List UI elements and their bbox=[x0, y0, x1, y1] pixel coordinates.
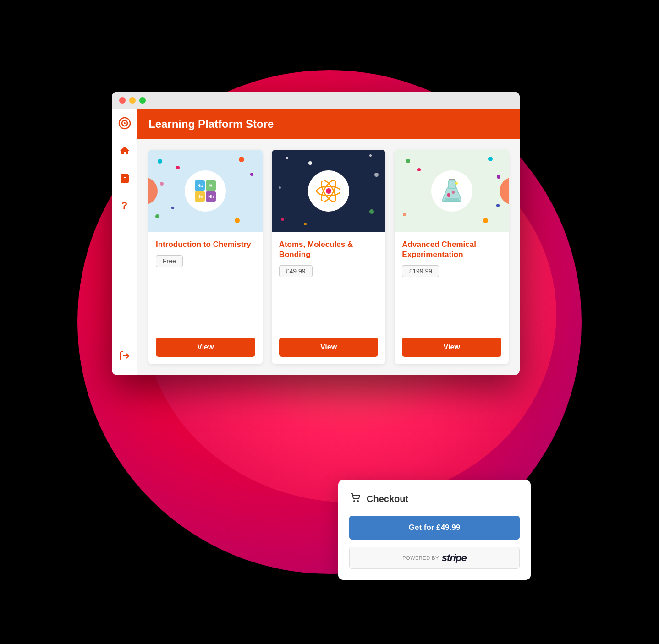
sidebar: ? bbox=[112, 109, 137, 375]
svg-point-5 bbox=[326, 188, 331, 194]
element-na: Na bbox=[195, 180, 205, 191]
periodic-table-icon: Na H He Nh bbox=[185, 170, 226, 212]
svg-point-9 bbox=[339, 190, 342, 192]
card-image-atoms bbox=[272, 150, 386, 232]
sidebar-home-icon[interactable] bbox=[116, 142, 133, 159]
element-h: H bbox=[206, 180, 216, 191]
svg-point-17 bbox=[353, 500, 355, 502]
store-title: Learning Platform Store bbox=[148, 118, 274, 130]
window-maximize-dot[interactable] bbox=[139, 97, 146, 104]
course-title-atoms: Atoms, Molecules & Bonding bbox=[279, 240, 379, 260]
checkout-basket-icon bbox=[349, 491, 362, 507]
checkout-popup: Checkout Get for £49.99 Powered by strip… bbox=[338, 480, 531, 580]
course-card-advanced: Advanced Chemical Experimentation £199.9… bbox=[395, 150, 509, 364]
checkout-header: Checkout bbox=[349, 491, 520, 507]
course-card-atoms: Atoms, Molecules & Bonding £49.99 View bbox=[272, 150, 386, 364]
title-bar bbox=[112, 92, 520, 109]
atom-icon bbox=[308, 170, 349, 212]
view-button-advanced[interactable]: View bbox=[402, 338, 501, 357]
card-image-intro-chemistry: Na H He Nh bbox=[148, 150, 263, 232]
window-close-dot[interactable] bbox=[119, 97, 126, 104]
powered-by-text: Powered by bbox=[402, 555, 439, 561]
svg-point-16 bbox=[455, 182, 458, 185]
app-layout: ? Learning Platform Store bbox=[112, 109, 520, 375]
svg-point-18 bbox=[357, 500, 359, 502]
flask-icon bbox=[431, 170, 472, 212]
course-title-advanced: Advanced Chemical Experimentation bbox=[402, 240, 501, 260]
svg-point-13 bbox=[447, 193, 450, 197]
svg-point-11 bbox=[321, 201, 324, 203]
svg-point-10 bbox=[321, 179, 324, 181]
price-badge-atoms: £49.99 bbox=[279, 265, 313, 277]
checkout-title: Checkout bbox=[367, 494, 408, 504]
card-body-advanced: Advanced Chemical Experimentation £199.9… bbox=[395, 232, 509, 364]
course-card-intro-chemistry: Na H He Nh Introduction to Chemistry Fre… bbox=[148, 150, 263, 364]
price-badge-advanced: £199.99 bbox=[402, 265, 439, 277]
course-title-intro-chemistry: Introduction to Chemistry bbox=[156, 240, 255, 250]
price-badge-intro-chemistry: Free bbox=[156, 255, 183, 267]
store-header: Learning Platform Store bbox=[137, 109, 520, 139]
browser-window: ? Learning Platform Store bbox=[112, 92, 520, 375]
sidebar-cart-icon[interactable] bbox=[116, 170, 133, 186]
card-body-atoms: Atoms, Molecules & Bonding £49.99 View bbox=[272, 232, 386, 364]
svg-rect-12 bbox=[448, 181, 456, 188]
stripe-logo: stripe bbox=[442, 552, 467, 564]
card-image-advanced bbox=[395, 150, 509, 232]
view-button-intro-chemistry[interactable]: View bbox=[156, 338, 255, 357]
main-content: Learning Platform Store bbox=[137, 109, 520, 375]
element-he: He bbox=[195, 191, 205, 202]
get-for-price-button[interactable]: Get for £49.99 bbox=[349, 516, 520, 540]
sidebar-help-icon[interactable]: ? bbox=[116, 197, 133, 214]
svg-point-14 bbox=[452, 191, 455, 194]
stripe-badge: Powered by stripe bbox=[349, 547, 520, 569]
sidebar-logout-icon[interactable] bbox=[116, 348, 133, 364]
svg-point-2 bbox=[124, 122, 126, 124]
view-button-atoms[interactable]: View bbox=[279, 338, 379, 357]
cards-area: Na H He Nh Introduction to Chemistry Fre… bbox=[137, 139, 520, 375]
window-minimize-dot[interactable] bbox=[129, 97, 136, 104]
sidebar-logo-icon[interactable] bbox=[116, 115, 133, 131]
card-body-intro-chemistry: Introduction to Chemistry Free View bbox=[148, 232, 263, 364]
element-nh: Nh bbox=[206, 191, 216, 202]
